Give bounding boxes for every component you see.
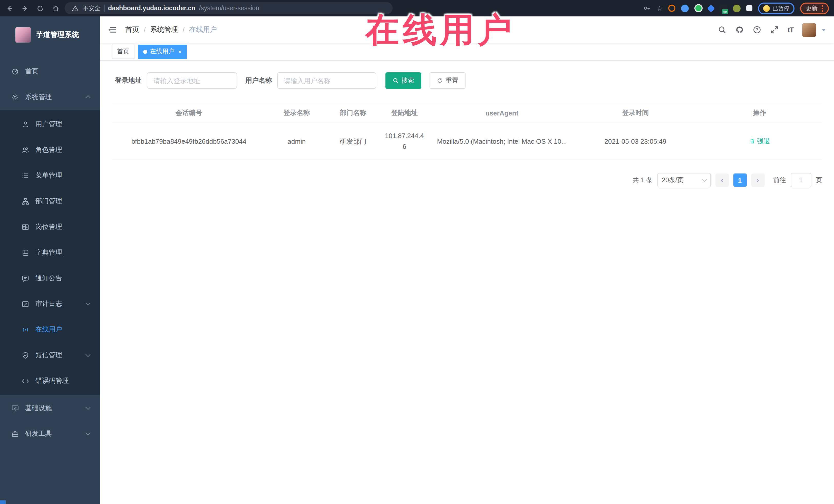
hamburger-icon[interactable] <box>108 25 117 34</box>
goto-page-input[interactable] <box>791 173 811 187</box>
sidebar-item-label: 字典管理 <box>36 248 62 257</box>
sidebar-item-label: 菜单管理 <box>36 171 62 180</box>
url-path[interactable]: /system/user-session <box>199 5 259 12</box>
sidebar-item-label: 短信管理 <box>36 351 62 360</box>
reload-icon[interactable] <box>36 4 44 12</box>
sidebar-item-post-mgmt[interactable]: 岗位管理 <box>0 214 100 240</box>
key-icon[interactable] <box>643 4 651 12</box>
sidebar-item-home[interactable]: 首页 <box>0 59 100 84</box>
sidebar-item-label: 基础设施 <box>25 403 52 413</box>
tab-online-users[interactable]: 在线用户 × <box>138 44 187 59</box>
url-host[interactable]: dashboard.yudao.iocoder.cn <box>108 5 195 12</box>
tab-label: 首页 <box>117 47 129 56</box>
close-icon[interactable]: × <box>178 48 182 54</box>
sidebar-item-menu-mgmt[interactable]: 菜单管理 <box>0 163 100 188</box>
total-count: 共 1 条 <box>633 176 653 184</box>
sidebar-item-error-code[interactable]: 错误码管理 <box>0 368 100 394</box>
chevron-up-icon <box>85 95 91 100</box>
address-bar[interactable]: 不安全 dashboard.yudao.iocoder.cn/system/us… <box>65 2 393 14</box>
username-input[interactable] <box>277 72 376 89</box>
sidebar-item-role-mgmt[interactable]: 角色管理 <box>0 137 100 163</box>
system-submenu: 用户管理 角色管理 菜单管理 部门管理 <box>0 110 100 395</box>
sidebar-item-audit-log[interactable]: 审计日志 <box>0 291 100 317</box>
sidebar-item-label: 角色管理 <box>36 145 62 154</box>
extension-diamond-icon[interactable] <box>707 4 715 12</box>
brand-title: 芋道管理系统 <box>36 30 79 40</box>
force-logout-button[interactable]: 强退 <box>749 137 770 146</box>
reset-button[interactable]: 重置 <box>430 72 465 89</box>
prev-page-button[interactable]: ‹ <box>715 174 728 187</box>
font-size-icon[interactable]: tT <box>788 26 793 34</box>
sidebar-item-devtools[interactable]: 研发工具 <box>0 421 100 446</box>
sidebar-item-notice[interactable]: 通知公告 <box>0 265 100 291</box>
bookmark-star-icon[interactable]: ☆ <box>657 4 663 12</box>
profile-paused-badge[interactable]: 已暂停 <box>758 2 794 14</box>
sidebar-item-label: 审计日志 <box>36 299 62 308</box>
user-avatar[interactable] <box>802 23 816 37</box>
sidebar-item-infrastructure[interactable]: 基础设施 <box>0 395 100 421</box>
next-page-button[interactable]: › <box>751 174 765 187</box>
col-actions: 操作 <box>697 103 822 123</box>
message-icon <box>22 274 29 282</box>
warning-icon <box>71 4 79 12</box>
sidebar-item-user-mgmt[interactable]: 用户管理 <box>0 111 100 137</box>
login-address-input[interactable] <box>147 72 237 89</box>
sidebar-item-label: 系统管理 <box>25 92 52 102</box>
extension-blue-icon[interactable] <box>681 4 689 12</box>
sidebar-item-dept-mgmt[interactable]: 部门管理 <box>0 188 100 214</box>
breadcrumb-home[interactable]: 首页 <box>125 25 139 35</box>
sidebar-item-label: 错误码管理 <box>36 376 69 386</box>
cell-login-time: 2021-05-03 23:05:49 <box>574 123 697 160</box>
omnibox-divider <box>104 5 105 12</box>
home-icon[interactable] <box>51 4 60 12</box>
active-dot-icon <box>143 49 147 53</box>
extensions-puzzle-icon[interactable] <box>746 5 752 11</box>
gear-icon <box>11 93 19 101</box>
back-icon[interactable] <box>5 4 13 12</box>
list-icon <box>22 172 29 179</box>
chevron-down-icon <box>85 352 91 357</box>
paused-label: 已暂停 <box>772 4 789 12</box>
current-page[interactable]: 1 <box>733 174 746 187</box>
shield-check-icon <box>22 351 29 359</box>
extension-green-icon[interactable] <box>695 4 703 12</box>
tab-home[interactable]: 首页 <box>112 44 134 59</box>
screen: 不安全 dashboard.yudao.iocoder.cn/system/us… <box>0 0 834 504</box>
sidebar-item-system[interactable]: 系统管理 <box>0 84 100 110</box>
chrome-update-button[interactable]: 更新 <box>800 2 829 14</box>
cell-ip: 101.87.244.46 <box>379 123 430 160</box>
sessions-table: 会话编号 登录名称 部门名称 登陆地址 userAgent 登录时间 操作 bf… <box>112 103 822 160</box>
user-icon <box>22 120 29 128</box>
browser-nav-buttons <box>5 4 60 12</box>
page-unit-label: 页 <box>816 176 822 184</box>
github-icon[interactable] <box>736 25 744 34</box>
search-form: 登录地址 用户名称 搜索 重置 <box>112 72 822 89</box>
help-icon[interactable]: ? <box>753 25 762 34</box>
security-label[interactable]: 不安全 <box>83 4 100 12</box>
extension-orange-icon[interactable] <box>668 5 675 12</box>
search-button[interactable]: 搜索 <box>386 72 421 89</box>
col-username: 登录名称 <box>266 103 327 123</box>
brand: 芋道管理系统 <box>0 17 100 46</box>
app-window: 芋道管理系统 首页 系统管理 用户管理 <box>0 17 834 504</box>
sidebar-item-sms-mgmt[interactable]: 短信管理 <box>0 342 100 368</box>
sidebar-item-online-users[interactable]: 在线用户 <box>0 317 100 342</box>
forward-icon[interactable] <box>21 4 29 12</box>
breadcrumb-system[interactable]: 系统管理 <box>150 25 178 35</box>
extension-translate-icon[interactable]: en <box>720 4 727 12</box>
sidebar-item-dict-mgmt[interactable]: 字典管理 <box>0 240 100 265</box>
chevron-down-icon <box>85 405 91 410</box>
chrome-menu-icon[interactable] <box>822 5 823 12</box>
search-icon[interactable] <box>718 25 727 34</box>
org-tree-icon <box>22 197 29 205</box>
sidebar-item-label: 岗位管理 <box>36 222 62 232</box>
breadcrumb-current: 在线用户 <box>189 25 217 35</box>
page-size-select[interactable]: 20条/页 <box>657 173 710 187</box>
extension-olive-icon[interactable] <box>733 4 741 12</box>
page-content: 登录地址 用户名称 搜索 重置 <box>100 61 834 187</box>
login-address-label: 登录地址 <box>115 76 142 85</box>
caret-down-icon[interactable] <box>822 28 826 31</box>
chevron-down-icon <box>85 301 91 306</box>
fullscreen-icon[interactable] <box>770 25 779 34</box>
book-icon <box>22 249 29 256</box>
